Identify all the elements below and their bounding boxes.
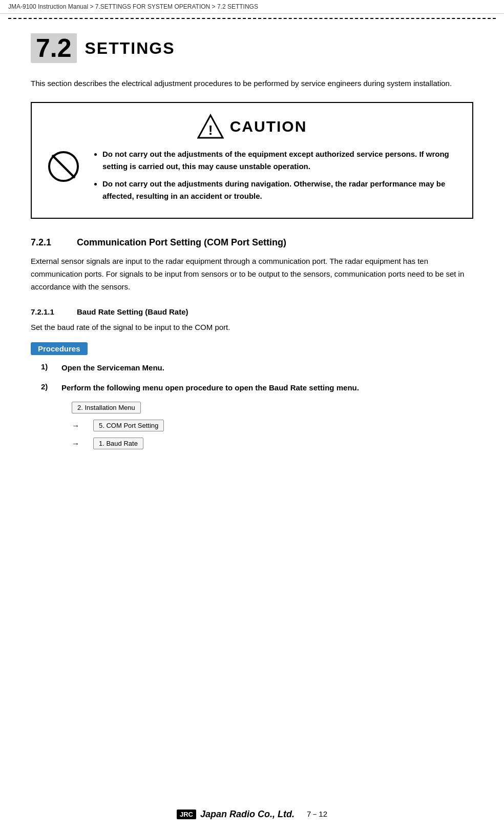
subsection-7211-heading: 7.2.1.1 Baud Rate Setting (Baud Rate): [31, 307, 473, 316]
menu-nav-row-2: → 5. COM Port Setting: [72, 420, 473, 431]
breadcrumb: JMA-9100 Instruction Manual > 7.SETTINGS…: [0, 0, 504, 14]
section-number: 7.2: [36, 35, 72, 61]
menu-arrow-1: →: [72, 421, 87, 430]
svg-text:!: !: [208, 122, 213, 138]
baud-rate-box: 1. Baud Rate: [93, 438, 143, 449]
caution-bullets: Do not carry out the adjustments of the …: [92, 148, 457, 208]
menu-navigation: 2. Installation Menu → 5. COM Port Setti…: [72, 402, 473, 449]
caution-bullet-1: Do not carry out the adjustments of the …: [102, 148, 457, 173]
procedure-step-1: 1) Open the Serviceman Menu.: [41, 362, 473, 374]
com-port-setting-box: 5. COM Port Setting: [93, 420, 164, 431]
procedures-badge: Procedures: [31, 342, 88, 355]
menu-nav-row-3: → 1. Baud Rate: [72, 438, 473, 449]
menu-nav-row-1: 2. Installation Menu: [72, 402, 473, 413]
step-2-number: 2): [41, 382, 61, 391]
footer-logo: JRC Japan Radio Co., Ltd.: [177, 809, 295, 820]
subsection-721-body: External sensor signals are input to the…: [31, 255, 473, 293]
caution-body: Do not carry out the adjustments of the …: [47, 148, 457, 208]
procedure-step-2: 2) Perform the following menu open proce…: [41, 382, 473, 394]
step-1-text: Open the Serviceman Menu.: [61, 362, 164, 374]
svg-line-3: [52, 155, 75, 178]
section-number-block: 7.2: [31, 33, 77, 63]
section-title: SETTINGS: [85, 39, 175, 58]
caution-header: ! CAUTION: [47, 113, 457, 140]
subsection-7211-title: Baud Rate Setting (Baud Rate): [77, 307, 188, 316]
step-1-number: 1): [41, 362, 61, 371]
subsection-721-heading: 7.2.1 Communication Port Setting (COM Po…: [31, 237, 473, 248]
installation-menu-box: 2. Installation Menu: [72, 402, 141, 413]
page-number: 7－12: [307, 810, 327, 819]
company-name: Japan Radio Co., Ltd.: [200, 809, 295, 820]
subsection-721-title: Communication Port Setting (COM Port Set…: [77, 237, 286, 248]
footer: JRC Japan Radio Co., Ltd. 7－12: [0, 809, 504, 820]
section-header: 7.2 SETTINGS: [31, 33, 473, 63]
jrc-badge: JRC: [177, 810, 196, 819]
warning-triangle-icon: !: [197, 113, 224, 140]
caution-box: ! CAUTION Do not carry out the adjustmen…: [31, 102, 473, 219]
intro-text: This section describes the electrical ad…: [31, 77, 473, 90]
subsection-721-number: 7.2.1: [31, 237, 77, 248]
subsection-7211-number: 7.2.1.1: [31, 307, 77, 316]
menu-arrow-2: →: [72, 439, 87, 448]
subsection-7211-body: Set the baud rate of the signal to be in…: [31, 321, 473, 334]
step-2-text: Perform the following menu open procedur…: [61, 382, 359, 394]
caution-title: CAUTION: [230, 118, 307, 135]
no-symbol-icon: [47, 150, 80, 183]
caution-bullet-2: Do not carry out the adjustments during …: [102, 178, 457, 202]
